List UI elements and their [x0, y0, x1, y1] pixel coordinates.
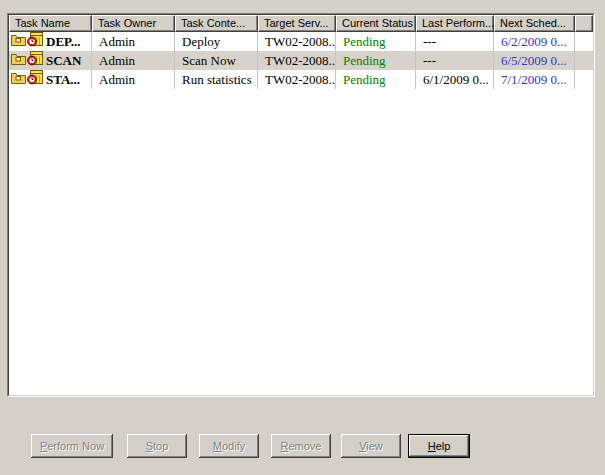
- column-header-current-status[interactable]: Current Status: [336, 15, 416, 32]
- schedule-clock-icon: [27, 51, 43, 70]
- target-server: TW02-2008...: [258, 70, 336, 89]
- column-header-filler: [575, 15, 593, 32]
- task-list-view: Task Name Task Owner Task Conte... Targe…: [7, 13, 595, 397]
- table-row[interactable]: STA... Admin Run statistics TW02-2008...…: [9, 70, 593, 89]
- button-label: erform Now: [47, 440, 104, 452]
- current-status: Pending: [336, 32, 416, 51]
- schedule-clock-icon: [27, 32, 43, 51]
- column-header-task-owner[interactable]: Task Owner: [92, 15, 175, 32]
- task-name-cell: DEP...: [9, 32, 92, 51]
- column-header-task-content[interactable]: Task Conte...: [175, 15, 258, 32]
- task-list-inner: Task Name Task Owner Task Conte... Targe…: [8, 14, 594, 396]
- table-row[interactable]: DEP... Admin Deploy TW02-2008... Pending…: [9, 32, 593, 51]
- button-label: odify: [222, 440, 245, 452]
- button-label: elp: [436, 440, 451, 452]
- column-header-task-name[interactable]: Task Name: [9, 15, 92, 32]
- task-folder-icon: [11, 32, 26, 51]
- task-name: SCAN: [44, 51, 81, 70]
- task-owner: Admin: [92, 51, 175, 70]
- button-label: emove: [288, 440, 321, 452]
- task-scheduler-panel: { "table": { "columns": ["Task Name", "T…: [0, 0, 605, 475]
- last-performed: ---: [416, 32, 494, 51]
- task-name-cell: STA...: [9, 70, 92, 89]
- stop-button[interactable]: Stop: [127, 434, 187, 458]
- task-content: Run statistics: [175, 70, 258, 89]
- task-content: Deploy: [175, 32, 258, 51]
- last-performed: 6/1/2009 0...: [416, 70, 494, 89]
- list-header: Task Name Task Owner Task Conte... Targe…: [9, 15, 593, 32]
- task-owner: Admin: [92, 32, 175, 51]
- column-header-next-scheduled[interactable]: Next Sched...: [494, 15, 575, 32]
- last-performed: ---: [416, 51, 494, 70]
- accel-letter: S: [146, 440, 153, 452]
- accel-letter: H: [428, 440, 436, 452]
- next-scheduled: 6/2/2009 0...: [494, 32, 575, 51]
- next-scheduled: 6/5/2009 0...: [494, 51, 575, 70]
- column-header-last-performed[interactable]: Last Perform...: [416, 15, 494, 32]
- task-name: DEP...: [44, 32, 81, 51]
- task-folder-icon: [11, 70, 26, 89]
- schedule-clock-icon: [27, 70, 43, 89]
- task-content: Scan Now: [175, 51, 258, 70]
- column-header-target-server[interactable]: Target Serv...: [258, 15, 336, 32]
- table-row[interactable]: SCAN Admin Scan Now TW02-2008... Pending…: [9, 51, 593, 70]
- modify-button[interactable]: Modify: [199, 434, 259, 458]
- task-name-cell: SCAN: [9, 51, 92, 70]
- view-button[interactable]: View: [341, 434, 401, 458]
- perform-now-button[interactable]: Perform Now: [31, 434, 113, 458]
- task-name: STA...: [44, 70, 80, 89]
- help-button[interactable]: Help: [408, 434, 470, 458]
- button-label: top: [153, 440, 168, 452]
- next-scheduled: 7/1/2009 0...: [494, 70, 575, 89]
- task-owner: Admin: [92, 70, 175, 89]
- task-folder-icon: [11, 51, 26, 70]
- target-server: TW02-2008...: [258, 51, 336, 70]
- remove-button[interactable]: Remove: [271, 434, 331, 458]
- current-status: Pending: [336, 51, 416, 70]
- accel-letter: M: [213, 440, 222, 452]
- target-server: TW02-2008...: [258, 32, 336, 51]
- button-label: iew: [366, 440, 383, 452]
- current-status: Pending: [336, 70, 416, 89]
